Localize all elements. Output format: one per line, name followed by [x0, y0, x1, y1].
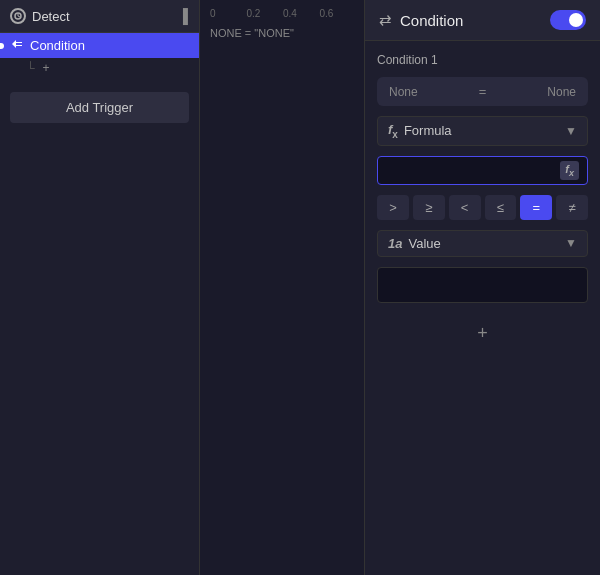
condition-label: Condition — [30, 38, 85, 53]
timeline-panel: 0 0.2 0.4 0.6 NONE = "NONE" — [200, 0, 365, 575]
right-header-title: Condition — [400, 12, 542, 29]
sub-add-button[interactable]: └ + — [0, 58, 199, 78]
formula-label: Formula — [404, 123, 559, 138]
condition-section-label: Condition 1 — [377, 53, 588, 67]
ruler-mark-2: 0.4 — [283, 8, 320, 19]
value-dropdown[interactable]: 1a Value ▼ — [377, 230, 588, 257]
left-header: Detect ▐ — [0, 0, 199, 33]
value-input-area[interactable] — [377, 267, 588, 303]
value-type-icon: 1a — [388, 236, 402, 251]
op-less-equal[interactable]: ≤ — [485, 195, 517, 220]
ruler-mark-3: 0.6 — [320, 8, 357, 19]
op-greater-equal[interactable]: ≥ — [413, 195, 445, 220]
left-panel: Detect ▐ Condition └ + Add Trigger — [0, 0, 200, 575]
sidebar-item-condition[interactable]: Condition — [0, 33, 199, 58]
header-menu-icon[interactable]: ▐ — [178, 8, 189, 24]
add-condition-row: + — [377, 317, 588, 350]
condition-left-value: None — [389, 85, 418, 99]
add-trigger-button[interactable]: Add Trigger — [10, 92, 189, 123]
op-equals[interactable]: = — [520, 195, 552, 220]
value-dropdown-arrow: ▼ — [565, 236, 577, 250]
condition-header-icon: ⇄ — [379, 11, 392, 29]
svg-line-2 — [18, 16, 20, 17]
op-greater-than[interactable]: > — [377, 195, 409, 220]
ruler-mark-0: 0 — [210, 8, 247, 19]
condition-comparison-row: None = None — [377, 77, 588, 106]
right-header: ⇄ Condition — [365, 0, 600, 41]
right-panel: ⇄ Condition Condition 1 None = None fx F… — [365, 0, 600, 575]
value-label: Value — [408, 236, 559, 251]
formula-fx-button[interactable]: fx — [560, 161, 579, 180]
detect-icon — [10, 8, 26, 24]
condition-icon — [10, 38, 24, 53]
op-not-equals[interactable]: ≠ — [556, 195, 588, 220]
op-less-than[interactable]: < — [449, 195, 481, 220]
formula-fx-icon: fx — [388, 122, 398, 140]
timeline-ruler: 0 0.2 0.4 0.6 — [208, 8, 356, 19]
left-header-title: Detect — [32, 9, 172, 24]
active-dot — [0, 43, 4, 49]
condition-operator: = — [479, 84, 487, 99]
indent-line: └ — [26, 61, 35, 75]
ruler-mark-1: 0.2 — [247, 8, 284, 19]
right-content: Condition 1 None = None fx Formula ▼ fx … — [365, 41, 600, 575]
condition-right-value: None — [547, 85, 576, 99]
formula-input-row: fx — [377, 156, 588, 185]
formula-input[interactable] — [386, 163, 556, 178]
sub-add-icon: + — [43, 61, 50, 75]
formula-dropdown[interactable]: fx Formula ▼ — [377, 116, 588, 146]
formula-dropdown-arrow: ▼ — [565, 124, 577, 138]
operator-row: > ≥ < ≤ = ≠ — [377, 195, 588, 220]
add-condition-button[interactable]: + — [467, 321, 498, 346]
timeline-value-label: NONE = "NONE" — [208, 27, 356, 39]
condition-toggle[interactable] — [550, 10, 586, 30]
